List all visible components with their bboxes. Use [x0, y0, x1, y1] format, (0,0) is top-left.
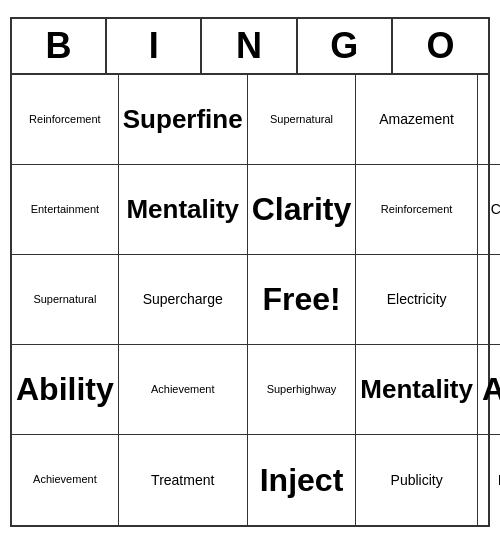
cell-text: Supercharge [143, 291, 223, 308]
bingo-cell[interactable]: Publicity [356, 435, 478, 525]
cell-text: Publicity [391, 472, 443, 489]
bingo-card: BINGO ReinforcementSuperfineSupernatural… [10, 17, 490, 527]
cell-text: Superhighway [267, 383, 337, 396]
cell-text: Reinforcement [29, 113, 101, 126]
bingo-cell[interactable]: Mentality [356, 345, 478, 435]
bingo-cell[interactable]: Entertainment [12, 165, 119, 255]
bingo-cell[interactable]: Ability [12, 345, 119, 435]
header-letter: O [393, 19, 488, 73]
bingo-cell[interactable]: Mentality [119, 165, 248, 255]
bingo-cell[interactable]: Supernatural [248, 75, 357, 165]
cell-text: Free! [262, 280, 340, 318]
cell-text: Electricity [387, 291, 447, 308]
cell-text: Treatment [151, 472, 214, 489]
bingo-cell[interactable]: Ability [478, 345, 500, 435]
cell-text: Inject [260, 461, 344, 499]
bingo-cell[interactable]: Reinforcement [12, 75, 119, 165]
header-letter: G [298, 19, 393, 73]
cell-text: Mentality [126, 194, 239, 225]
cell-text: Supernatural [270, 113, 333, 126]
bingo-cell[interactable]: Achievement [119, 345, 248, 435]
cell-text: Achievement [33, 473, 97, 486]
cell-text: Ability [482, 370, 500, 408]
bingo-header: BINGO [12, 19, 488, 75]
cell-text: Amazement [379, 111, 454, 128]
header-letter: N [202, 19, 297, 73]
header-letter: I [107, 19, 202, 73]
bingo-cell[interactable]: Electricity [356, 255, 478, 345]
bingo-cell[interactable]: Inject [248, 435, 357, 525]
cell-text: Reinforcement [381, 203, 453, 216]
cell-text: Contentment [491, 201, 500, 218]
bingo-cell[interactable]: Treatment [119, 435, 248, 525]
bingo-cell[interactable]: Infringement [478, 255, 500, 345]
bingo-grid: ReinforcementSuperfineSupernaturalAmazem… [12, 75, 488, 525]
bingo-cell[interactable]: Clarity [248, 165, 357, 255]
bingo-cell[interactable]: Superfine [119, 75, 248, 165]
bingo-cell[interactable]: Indecisive [478, 75, 500, 165]
cell-text: Supernatural [33, 293, 96, 306]
cell-text: Clarity [252, 190, 352, 228]
cell-text: Ability [16, 370, 114, 408]
bingo-cell[interactable]: Amazement [356, 75, 478, 165]
bingo-cell[interactable]: Superhighway [248, 345, 357, 435]
bingo-cell[interactable]: Incoherent [478, 435, 500, 525]
bingo-cell[interactable]: Achievement [12, 435, 119, 525]
cell-text: Entertainment [31, 203, 99, 216]
bingo-cell[interactable]: Supernatural [12, 255, 119, 345]
cell-text: Superfine [123, 104, 243, 135]
header-letter: B [12, 19, 107, 73]
bingo-cell[interactable]: Free! [248, 255, 357, 345]
cell-text: Mentality [360, 374, 473, 405]
bingo-cell[interactable]: Supercharge [119, 255, 248, 345]
bingo-cell[interactable]: Reinforcement [356, 165, 478, 255]
cell-text: Achievement [151, 383, 215, 396]
bingo-cell[interactable]: Contentment [478, 165, 500, 255]
